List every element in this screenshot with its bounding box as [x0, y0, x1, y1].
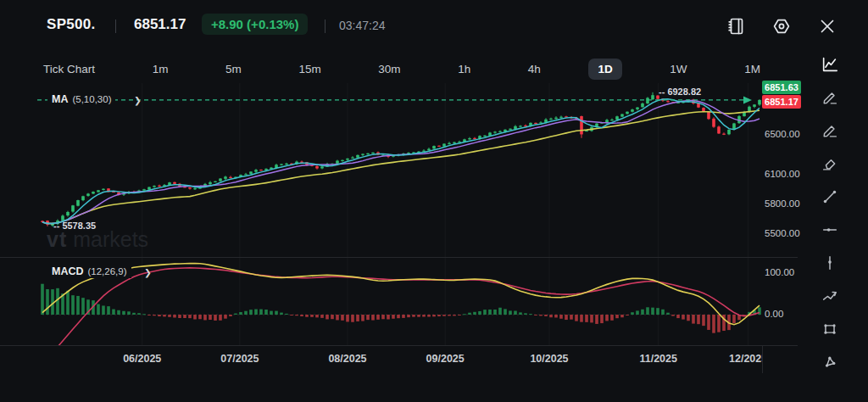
chart-canvas[interactable]: -- 6928.82-- 5578.35: [0, 83, 798, 373]
wave-arrow-tool[interactable]: [819, 285, 841, 307]
month-label: 08/2025: [314, 345, 381, 373]
tab-1h[interactable]: 1h: [448, 59, 480, 80]
change-badge: +8.90 (+0.13%): [202, 14, 308, 35]
month-label: 12/2025: [715, 345, 762, 373]
low-annotation: -- 5578.35: [53, 221, 96, 231]
tab-4h[interactable]: 4h: [519, 59, 550, 80]
macd-indicator-label[interactable]: MACD (12,26,9): [47, 265, 131, 278]
month-label: 07/2025: [206, 345, 274, 373]
wave-arrow-icon: [821, 287, 839, 305]
time-axis: 06/202507/202508/202509/202510/202511/20…: [0, 345, 762, 373]
pencil-tool[interactable]: [819, 87, 841, 109]
pencil-line-tool[interactable]: [819, 120, 841, 142]
settings-icon: [771, 16, 792, 36]
macd-tick: 0.00: [765, 309, 783, 319]
eraser-tool[interactable]: [819, 153, 841, 175]
price-axis: 6500.006100.005800.005500.00100.000.00: [762, 83, 811, 373]
price-tick: 6500.00: [765, 129, 800, 139]
high-annotation: -- 6928.82: [659, 87, 701, 97]
timeframe-tabs: Tick Chart1m5m15m30m1h4h1D1W1M: [34, 53, 770, 85]
last-price: 6851.17: [134, 16, 186, 33]
polygon-tool-icon: [821, 353, 839, 371]
rectangle-tool-tool[interactable]: [819, 318, 841, 340]
pencil-line-icon: [821, 121, 839, 140]
month-label: 06/2025: [108, 345, 176, 373]
vertical-line-icon: [821, 254, 839, 272]
trend-line-icon: [821, 187, 839, 206]
clock: 03:47:24: [339, 19, 386, 32]
tab-1w[interactable]: 1W: [660, 59, 696, 80]
divider: [115, 20, 116, 33]
macd-tick: 100.00: [765, 267, 794, 277]
tab-1m[interactable]: 1m: [143, 59, 178, 80]
trading-app-window: SP500. 6851.17 +8.90 (+0.13%) 03:47:24 T…: [0, 0, 868, 402]
price-tick: 6100.00: [765, 169, 800, 179]
month-label: 09/2025: [411, 345, 479, 373]
last-price-badge: 6851.17: [762, 95, 801, 109]
price-tick: 5500.00: [765, 228, 800, 238]
ma-name: MA: [52, 93, 68, 105]
eraser-icon: [821, 154, 839, 173]
tab-30m[interactable]: 30m: [369, 59, 409, 80]
tab-15m[interactable]: 15m: [289, 59, 330, 80]
journal-button[interactable]: [724, 14, 748, 38]
pencil-icon: [821, 88, 839, 107]
macd-params: (12,26,9): [88, 266, 127, 276]
tab-1d[interactable]: 1D: [588, 59, 621, 80]
macd-name: MACD: [52, 265, 84, 277]
settings-button[interactable]: [770, 14, 793, 38]
month-label: 11/2025: [625, 345, 693, 373]
divider: [325, 20, 326, 33]
tab-1m[interactable]: 1M: [735, 59, 770, 80]
line-chart-tool[interactable]: [819, 53, 841, 75]
line-chart-icon: [821, 55, 839, 74]
close-icon: [817, 16, 837, 36]
horizontal-line-tool[interactable]: [819, 219, 841, 241]
month-label: 10/2025: [515, 345, 583, 373]
journal-icon: [726, 16, 746, 36]
ma-params: (5,10,30): [72, 94, 111, 104]
rectangle-tool-icon: [821, 320, 839, 338]
tab-tick-chart[interactable]: Tick Chart: [34, 59, 104, 80]
close-button[interactable]: [815, 14, 839, 38]
horizontal-line-icon: [821, 221, 839, 239]
trend-line-tool[interactable]: [819, 186, 841, 208]
chevron-right-icon[interactable]: ❯: [134, 95, 142, 105]
price-tick: 5800.00: [765, 198, 800, 209]
vertical-line-tool[interactable]: [819, 252, 841, 274]
tab-5m[interactable]: 5m: [216, 59, 251, 80]
chevron-right-icon[interactable]: ❯: [144, 267, 152, 277]
ma-value-badge: 6851.63: [762, 81, 801, 94]
symbol-name: SP500.: [47, 16, 96, 33]
topbar-actions: [724, 14, 839, 38]
polygon-tool-tool[interactable]: [819, 351, 841, 373]
ma-indicator-label[interactable]: MA (5,10,30): [47, 92, 115, 106]
